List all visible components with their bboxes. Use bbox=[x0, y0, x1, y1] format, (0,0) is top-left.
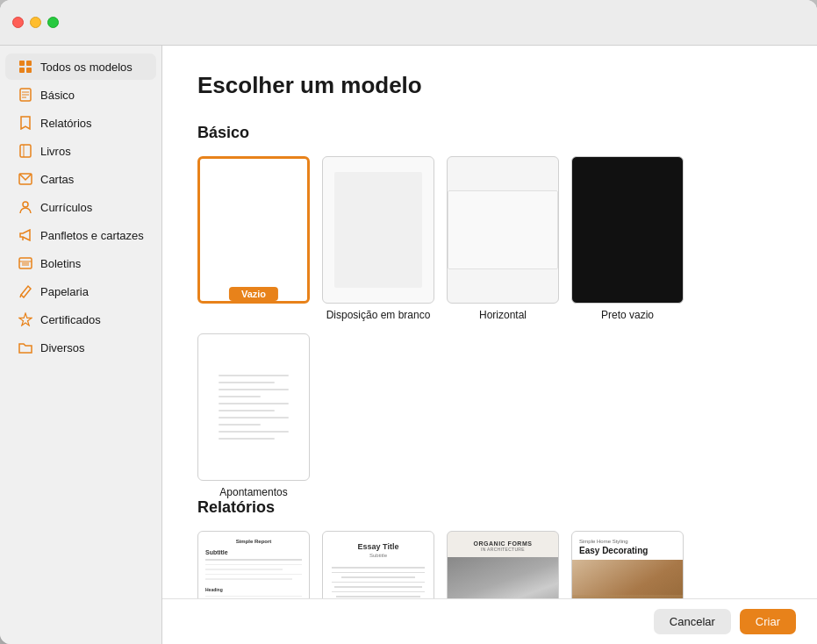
svg-rect-8 bbox=[20, 145, 31, 157]
newspaper-icon bbox=[18, 255, 33, 271]
sidebar-item-flyers[interactable]: Panfletos e cartazes bbox=[5, 222, 156, 248]
template-thumb-blank: Vazio bbox=[197, 156, 310, 304]
cancel-button[interactable]: Cancelar bbox=[654, 609, 731, 634]
sidebar-item-stationery[interactable]: Papelaria bbox=[5, 278, 156, 304]
template-horizontal[interactable]: Horizontal bbox=[447, 156, 559, 321]
sidebar-label-resumes: Currículos bbox=[40, 201, 92, 214]
minimize-button[interactable] bbox=[30, 17, 41, 28]
sidebar-item-resumes[interactable]: Currículos bbox=[5, 194, 156, 220]
sidebar-item-basic[interactable]: Básico bbox=[5, 82, 156, 108]
template-notes[interactable]: Apontamentos bbox=[197, 333, 310, 498]
template-label-horizontal: Horizontal bbox=[479, 309, 527, 321]
template-thumb-horizontal bbox=[447, 156, 559, 304]
sidebar-label-newsletters: Boletins bbox=[40, 257, 81, 270]
svg-rect-2 bbox=[19, 68, 25, 73]
notes-lines bbox=[210, 357, 298, 457]
sidebar-item-letters[interactable]: Cartas bbox=[5, 166, 156, 192]
book-icon bbox=[18, 143, 33, 159]
sidebar-label-books: Livros bbox=[40, 145, 71, 158]
bookmark-icon bbox=[18, 115, 33, 131]
doc-icon bbox=[18, 87, 33, 103]
template-label-black: Preto vazio bbox=[601, 309, 654, 321]
sidebar-label-reports: Relatórios bbox=[40, 117, 92, 130]
footer-bar: Cancelar Criar bbox=[162, 598, 817, 644]
sidebar-label-certificates: Certificados bbox=[40, 313, 101, 326]
template-thumb-notes bbox=[197, 333, 310, 481]
basic-templates-grid: Vazio Disposição em branco bbox=[197, 156, 782, 498]
main-content: Escolher um modelo Básico Vazio bbox=[162, 46, 817, 644]
close-button[interactable] bbox=[12, 17, 24, 28]
template-thumb-blank-layout bbox=[322, 156, 434, 304]
envelope-icon bbox=[18, 171, 33, 187]
pencil-icon bbox=[18, 283, 33, 299]
template-badge-blank: Vazio bbox=[229, 287, 278, 301]
sidebar-item-all[interactable]: Todos os modelos bbox=[5, 54, 156, 80]
section-basic: Básico Vazio Di bbox=[197, 124, 782, 498]
svg-point-11 bbox=[23, 202, 28, 207]
template-blank-layout[interactable]: Disposição em branco bbox=[322, 156, 434, 321]
sidebar-item-misc[interactable]: Diversos bbox=[5, 334, 156, 361]
svg-rect-3 bbox=[26, 68, 32, 73]
sidebar-label-misc: Diversos bbox=[40, 341, 85, 354]
create-button[interactable]: Criar bbox=[740, 609, 796, 634]
page-title: Escolher um modelo bbox=[197, 72, 782, 99]
section-title-reports: Relatórios bbox=[197, 498, 782, 517]
sidebar-label-flyers: Panfletos e cartazes bbox=[40, 229, 144, 242]
template-label-notes: Apontamentos bbox=[219, 486, 287, 498]
sidebar-item-certificates[interactable]: Certificados bbox=[5, 306, 156, 333]
template-black-empty[interactable]: Preto vazio bbox=[571, 156, 684, 321]
template-label-blank-layout: Disposição em branco bbox=[326, 309, 431, 321]
sidebar-label-stationery: Papelaria bbox=[40, 285, 89, 298]
sidebar-item-books[interactable]: Livros bbox=[5, 138, 156, 164]
sidebar-label-all: Todos os modelos bbox=[40, 61, 133, 74]
section-title-basic: Básico bbox=[197, 124, 782, 142]
svg-line-17 bbox=[20, 295, 21, 297]
content-area: Todos os modelos Básico bbox=[0, 46, 817, 644]
sidebar-label-letters: Cartas bbox=[40, 173, 74, 186]
megaphone-icon bbox=[18, 227, 33, 243]
svg-rect-1 bbox=[26, 61, 32, 66]
sidebar: Todos os modelos Básico bbox=[0, 46, 162, 644]
svg-rect-0 bbox=[19, 61, 25, 66]
grid-icon bbox=[18, 59, 33, 75]
maximize-button[interactable] bbox=[47, 17, 59, 28]
person-icon bbox=[18, 199, 33, 215]
traffic-lights bbox=[12, 17, 59, 28]
sidebar-item-reports[interactable]: Relatórios bbox=[5, 110, 156, 136]
star-icon bbox=[18, 311, 33, 327]
sidebar-item-newsletters[interactable]: Boletins bbox=[5, 250, 156, 276]
folder-icon bbox=[18, 340, 33, 355]
title-bar bbox=[0, 0, 817, 46]
template-thumb-black bbox=[571, 156, 684, 304]
sidebar-label-basic: Básico bbox=[40, 89, 75, 102]
template-blank[interactable]: Vazio bbox=[197, 156, 310, 321]
